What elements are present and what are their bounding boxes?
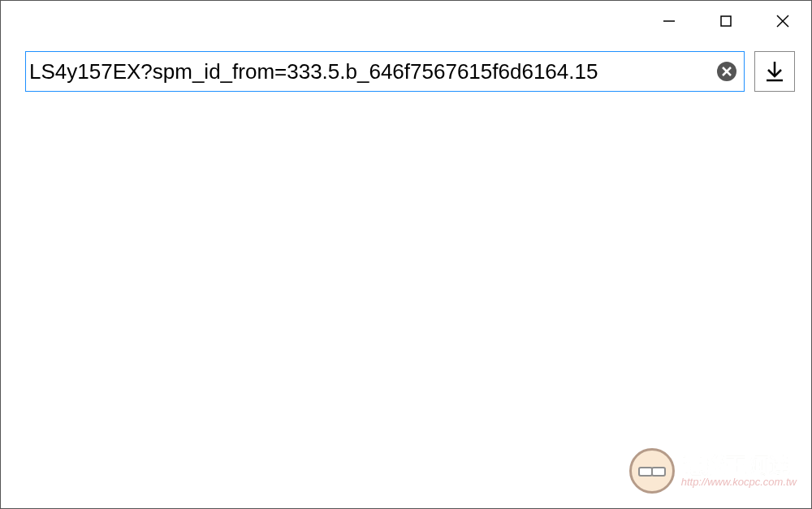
clear-icon — [716, 61, 737, 82]
watermark-title: 電腦王阿達 — [681, 454, 797, 477]
download-button[interactable] — [754, 51, 795, 92]
watermark-text: 電腦王阿達 http://www.kocpc.com.tw — [681, 454, 797, 489]
app-window: 電腦王阿達 http://www.kocpc.com.tw — [0, 0, 812, 509]
url-input[interactable] — [26, 52, 716, 91]
toolbar — [1, 41, 811, 101]
minimize-button[interactable] — [641, 1, 698, 41]
titlebar — [1, 1, 811, 41]
maximize-icon — [719, 14, 733, 28]
maximize-button[interactable] — [698, 1, 754, 41]
watermark-subtitle: http://www.kocpc.com.tw — [681, 477, 797, 488]
minimize-icon — [662, 14, 676, 28]
clear-input-button[interactable] — [716, 61, 737, 82]
svg-rect-1 — [721, 16, 731, 26]
watermark-avatar-icon — [629, 448, 675, 494]
download-icon — [762, 59, 787, 84]
url-field-wrap — [25, 51, 745, 92]
close-button[interactable] — [754, 1, 811, 41]
close-icon — [775, 13, 791, 29]
watermark: 電腦王阿達 http://www.kocpc.com.tw — [629, 448, 797, 494]
